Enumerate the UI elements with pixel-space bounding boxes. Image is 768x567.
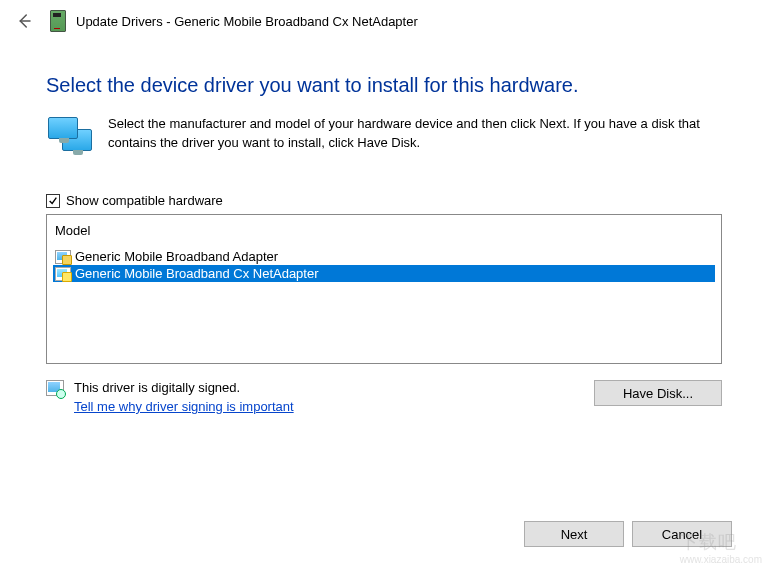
model-item-0[interactable]: Generic Mobile Broadband Adapter bbox=[53, 248, 715, 265]
driver-icon bbox=[55, 267, 71, 281]
window-title: Update Drivers - Generic Mobile Broadban… bbox=[76, 14, 418, 29]
signing-help-link[interactable]: Tell me why driver signing is important bbox=[74, 399, 294, 414]
signing-status-text: This driver is digitally signed. bbox=[74, 380, 294, 395]
model-item-label: Generic Mobile Broadband Cx NetAdapter bbox=[75, 266, 319, 281]
arrow-left-icon bbox=[15, 12, 33, 30]
cancel-button[interactable]: Cancel bbox=[632, 521, 732, 547]
have-disk-button[interactable]: Have Disk... bbox=[594, 380, 722, 406]
device-icon bbox=[50, 10, 66, 32]
model-listbox[interactable]: Model Generic Mobile Broadband Adapter G… bbox=[46, 214, 722, 364]
show-compatible-checkbox[interactable]: Show compatible hardware bbox=[46, 193, 722, 208]
next-button[interactable]: Next bbox=[524, 521, 624, 547]
model-item-label: Generic Mobile Broadband Adapter bbox=[75, 249, 278, 264]
back-button[interactable] bbox=[14, 11, 34, 31]
title-bar: Update Drivers - Generic Mobile Broadban… bbox=[50, 10, 418, 32]
signing-status: This driver is digitally signed. Tell me… bbox=[46, 380, 294, 414]
model-item-1[interactable]: Generic Mobile Broadband Cx NetAdapter bbox=[53, 265, 715, 282]
monitors-icon bbox=[46, 115, 92, 155]
signed-driver-icon bbox=[46, 380, 64, 396]
checkbox-icon bbox=[46, 194, 60, 208]
model-column-header: Model bbox=[53, 219, 715, 248]
intro-text: Select the manufacturer and model of you… bbox=[108, 115, 722, 155]
intro-block: Select the manufacturer and model of you… bbox=[46, 115, 722, 155]
driver-icon bbox=[55, 250, 71, 264]
checkbox-label: Show compatible hardware bbox=[66, 193, 223, 208]
page-heading: Select the device driver you want to ins… bbox=[46, 74, 722, 97]
